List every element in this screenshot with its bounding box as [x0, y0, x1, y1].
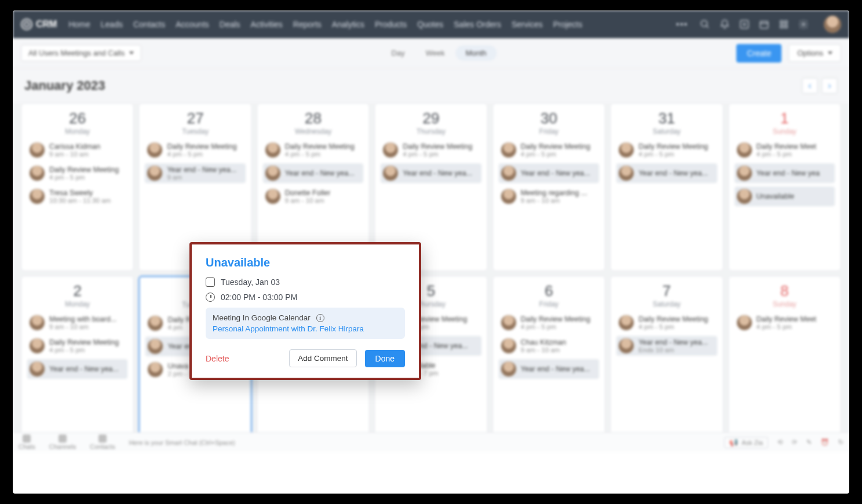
calendar-event[interactable]: Donette Foller9 am - 10 am [263, 187, 363, 206]
day-number: 31 [616, 109, 717, 127]
event-title: Daily Review Meeting [285, 143, 355, 151]
calendar-event[interactable]: Year end - New yea...9 am [145, 163, 245, 183]
view-week[interactable]: Week [415, 45, 455, 61]
footer-tab[interactable]: Chats [19, 434, 35, 450]
toolbar: All Users Meetings and Calls Day Week Mo… [13, 38, 849, 68]
calendar-icon[interactable] [759, 19, 769, 30]
nav-item[interactable]: Deals [220, 20, 240, 29]
avatar-icon [501, 189, 516, 204]
meeting-link[interactable]: Personal Appointment with Dr. Felix Hirp… [213, 324, 398, 333]
calendar-event[interactable]: Year end - New yea... [499, 163, 599, 183]
popup-time: 02:00 PM - 03:00 PM [221, 293, 297, 302]
day-cell[interactable]: 8SundayDaily Review Meet4 pm - 5 pm [728, 276, 841, 444]
day-number: 26 [27, 109, 127, 127]
next-button[interactable]: › [821, 78, 838, 94]
day-name: Saturday [616, 127, 717, 136]
nav-item[interactable]: Sales Orders [454, 20, 501, 29]
calendar-event[interactable]: Year end - New yea... [381, 163, 481, 183]
footer-icon[interactable]: ⟳ [792, 439, 797, 446]
delete-button[interactable]: Delete [206, 354, 229, 363]
calendar-event[interactable]: Daily Review Meeting4 pm - 5 pm [499, 140, 599, 160]
view-month[interactable]: Month [455, 45, 497, 61]
nav-item[interactable]: Home [68, 20, 90, 29]
calendar-event[interactable]: Daily Review Meeting4 pm - 5 pm [616, 313, 717, 333]
calendar-event[interactable]: Daily Review Meeting4 pm - 5 pm [145, 140, 245, 160]
footer-icon[interactable]: ⏰ [821, 439, 829, 446]
calendar-event[interactable]: Year end - New yea... [263, 163, 363, 183]
nav-item[interactable]: Products [375, 20, 407, 29]
calendar-event[interactable]: Unavailable [735, 187, 835, 206]
calendar-event[interactable]: Daily Review Meeting4 pm - 5 pm [499, 313, 599, 333]
avatar-icon [30, 361, 45, 377]
nav-more-icon[interactable]: ••• [676, 20, 688, 29]
avatar-icon [619, 166, 634, 181]
svg-rect-9 [780, 25, 783, 28]
plus-icon[interactable] [739, 19, 750, 30]
footer-icon[interactable]: ⟲ [777, 439, 783, 446]
nav-item[interactable]: Leads [101, 20, 123, 29]
ask-zia-button[interactable]: 📢 Ask Zia [724, 437, 768, 448]
add-comment-button[interactable]: Add Comment [289, 349, 356, 367]
done-button[interactable]: Done [365, 350, 405, 367]
calendar-event[interactable]: Daily Review Meet4 pm - 5 pm [735, 313, 835, 333]
options-button[interactable]: Options [788, 44, 841, 62]
calendar-event[interactable]: Chau Kitzman9 am - 10 am [499, 336, 599, 356]
calendar-event[interactable]: Daily Review Meeting4 pm - 5 pm [27, 336, 127, 356]
avatar-icon [265, 189, 280, 204]
view-day[interactable]: Day [381, 45, 415, 61]
gear-icon[interactable] [798, 19, 809, 30]
calendar-event[interactable]: Year end - New yea [735, 163, 835, 183]
calendar-event[interactable]: Daily Review Meeting4 pm - 5 pm [263, 140, 363, 160]
calendar-event[interactable]: Meeting regarding ...9 am - 10 am [499, 187, 599, 206]
calendar-event[interactable]: Daily Review Meeting4 pm - 5 pm [381, 140, 481, 160]
filter-dropdown[interactable]: All Users Meetings and Calls [21, 45, 141, 61]
calendar-event[interactable]: Tresa Sweely10:30 am - 11:30 am [27, 187, 127, 206]
day-cell[interactable]: 6FridayDaily Review Meeting4 pm - 5 pmCh… [492, 276, 605, 444]
event-time: 9 am - 10 am [521, 346, 567, 353]
nav-item[interactable]: Reports [293, 20, 322, 29]
event-title: Daily Review Meeting [403, 143, 472, 151]
event-title: Donette Foller [285, 189, 331, 197]
bell-icon[interactable] [719, 19, 730, 30]
footer-icon[interactable]: ✎ [806, 439, 812, 446]
footer-tab[interactable]: Channels [49, 434, 76, 450]
calendar-event[interactable]: Year end - New yea... [27, 359, 127, 379]
calendar-event[interactable]: Year end - New yea... [616, 163, 717, 183]
pager: ‹ › [802, 78, 838, 94]
search-icon[interactable] [700, 19, 710, 30]
footer-tab-label: Contacts [90, 443, 115, 450]
nav-item[interactable]: Analytics [332, 20, 364, 29]
day-cell[interactable]: 7SaturdayDaily Review Meeting4 pm - 5 pm… [610, 276, 723, 444]
period-title: January 2023 [24, 78, 105, 93]
calendar-event[interactable]: Daily Review Meeting4 pm - 5 pm [27, 163, 127, 183]
day-cell[interactable]: 30FridayDaily Review Meeting4 pm - 5 pmY… [492, 103, 605, 271]
nav-item[interactable]: Accounts [176, 20, 209, 29]
clock-icon [206, 293, 215, 302]
footer-tab[interactable]: Contacts [90, 434, 115, 450]
calendar-event[interactable]: Carissa Kidman9 am - 10 am [27, 140, 127, 160]
options-label: Options [797, 49, 823, 57]
footer-icon[interactable]: ↻ [838, 439, 843, 446]
day-cell[interactable]: 31SaturdayDaily Review Meeting4 pm - 5 p… [610, 103, 723, 271]
prev-button[interactable]: ‹ [802, 78, 818, 94]
info-icon[interactable] [316, 314, 324, 322]
apps-icon[interactable] [779, 19, 789, 30]
nav-item[interactable]: Activities [251, 20, 283, 29]
calendar-event[interactable]: Year end - New yea... [499, 359, 599, 379]
day-cell[interactable]: 2MondayMeeting with board...9 am - 10 am… [21, 276, 134, 444]
day-cell[interactable]: 1SundayDaily Review Meet4 pm - 5 pmYear … [728, 103, 841, 271]
avatar-icon [147, 166, 162, 181]
user-avatar[interactable] [824, 16, 841, 33]
calendar-event[interactable]: Daily Review Meeting4 pm - 5 pm [616, 140, 717, 160]
calendar-event[interactable]: Year end - New yea...Ends 10 am [616, 336, 717, 356]
nav-item[interactable]: Projects [553, 20, 583, 29]
nav-item[interactable]: Quotes [417, 20, 443, 29]
calendar-event[interactable]: Meeting with board...9 am - 10 am [27, 313, 127, 333]
avatar-icon [619, 338, 634, 353]
calendar-event[interactable]: Daily Review Meet4 pm - 5 pm [735, 140, 835, 160]
day-cell[interactable]: 26MondayCarissa Kidman9 am - 10 amDaily … [21, 103, 134, 271]
create-button[interactable]: Create [736, 44, 781, 63]
event-title: Daily Review Meeting [521, 315, 590, 323]
nav-item[interactable]: Contacts [133, 20, 165, 29]
nav-item[interactable]: Services [512, 20, 543, 29]
